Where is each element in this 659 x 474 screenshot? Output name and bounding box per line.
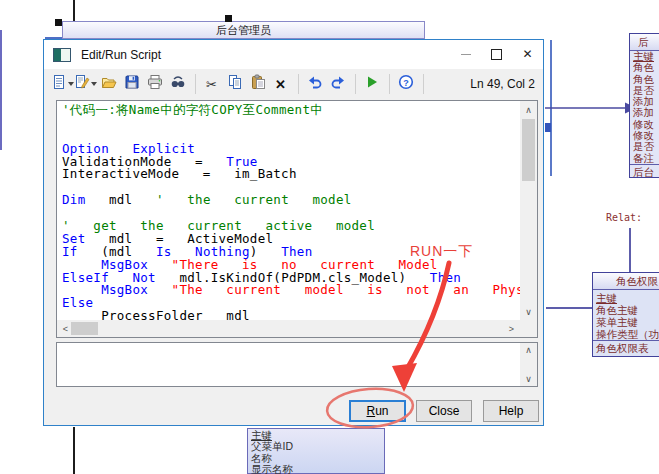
close-icon: ✕: [522, 48, 532, 60]
entity-row: 角色: [630, 62, 659, 73]
help-button[interactable]: Help: [483, 400, 539, 422]
entity-rows: 主键父菜单ID名称显示名称图标地址: [248, 429, 384, 474]
code-line: [62, 117, 525, 130]
scrollbar-corner: [520, 320, 537, 337]
entity-admin-title: 后台管理员: [63, 22, 424, 38]
undo-button[interactable]: [304, 74, 325, 95]
relationship-label: Relat:: [606, 212, 642, 223]
script-file-icon: [51, 74, 67, 94]
title-bar[interactable]: Edit/Run Script ✕: [44, 40, 543, 69]
paste-button[interactable]: [247, 74, 268, 95]
run-script-button[interactable]: [361, 74, 382, 95]
find-icon: [170, 74, 186, 94]
run-script-icon: [364, 74, 380, 94]
maximize-icon: [491, 49, 502, 60]
entity-row: 角色主键: [593, 304, 659, 316]
open-button[interactable]: [98, 74, 119, 95]
vertical-scrollbar[interactable]: ∧ ∨: [520, 101, 537, 320]
copy-icon: [227, 74, 243, 94]
delete-button[interactable]: ✕: [270, 74, 291, 95]
help-icon: ?: [398, 74, 414, 94]
connector-line-vert: [629, 228, 631, 272]
entity-rows: 主键角色主键菜单主键操作类型（功: [593, 290, 659, 340]
close-button[interactable]: Close: [416, 400, 472, 422]
redo-button[interactable]: [327, 74, 348, 95]
entity-row: 菜单主键: [593, 316, 659, 328]
open-icon: [101, 74, 117, 94]
entity-footer: 角色权限表: [593, 340, 659, 356]
redo-icon: [330, 74, 346, 94]
close-button[interactable]: ✕: [512, 40, 543, 68]
entity-rows: 主键角色角色是否添加添加修改修改是否备注: [630, 51, 659, 164]
clipped-glyph-fragment: [545, 123, 551, 132]
toolbar-separator: [389, 74, 390, 94]
code-line: Dim mdl ' the current model: [62, 194, 525, 207]
scroll-down-icon[interactable]: ∨: [520, 372, 537, 386]
line-col-indicator: Ln 49, Col 2: [470, 77, 535, 91]
print-icon: [147, 74, 163, 94]
print-button[interactable]: [144, 74, 165, 95]
script-code[interactable]: '代码一:将Name中的字符COPY至Comment中 Option Expli…: [57, 101, 525, 323]
maximize-button[interactable]: [481, 40, 512, 68]
scrollbar-thumb[interactable]: [522, 119, 535, 181]
edit-run-script-dialog: Edit/Run Script ✕ ✂✕?Ln 49, Col 2 '代码一:将…: [43, 39, 544, 426]
script-file-button[interactable]: [52, 74, 73, 95]
find-button[interactable]: [167, 74, 188, 95]
scrollbar-thumb[interactable]: [71, 322, 98, 335]
cut-icon: ✂: [206, 75, 217, 93]
entity-row: 操作类型（功: [593, 328, 659, 340]
entity-row: 是否: [630, 141, 659, 152]
edit-script-icon: [74, 74, 90, 94]
entity-row: 显示名称: [248, 464, 384, 474]
toolbar-separator: [423, 74, 424, 94]
reference-arrow: [545, 100, 640, 118]
cut-button[interactable]: ✂: [201, 74, 222, 95]
paste-icon: [250, 74, 266, 94]
svg-text:?: ?: [403, 78, 409, 88]
entity-backend-admin-table[interactable]: 后 主键角色角色是否添加添加修改修改是否备注 后台: [629, 33, 659, 178]
help-button[interactable]: ?: [395, 74, 416, 95]
toolbar-separator: [195, 74, 196, 94]
delete-icon: ✕: [275, 75, 286, 93]
dialog-buttons: RunCloseHelp: [44, 400, 543, 424]
entity-admin-box[interactable]: 后台管理员: [62, 21, 425, 39]
connector-line-left: [0, 30, 2, 150]
entity-role-permission[interactable]: 角色权限 主键角色主键菜单主键操作类型（功 角色权限表: [592, 272, 659, 357]
selection-handle[interactable]: [55, 19, 62, 26]
output-scrollbar[interactable]: ∧ ∨: [520, 343, 537, 386]
toolbar: ✂✕?Ln 49, Col 2: [44, 69, 543, 99]
scroll-up-icon[interactable]: ∧: [520, 101, 537, 118]
edit-script-button[interactable]: [75, 74, 96, 95]
entity-header: 后: [630, 34, 659, 51]
code-line: InteractiveMode = im_Batch: [62, 168, 525, 181]
code-line: '代码一:将Name中的字符COPY至Comment中: [62, 104, 525, 117]
entity-menu[interactable]: 主键父菜单ID名称显示名称图标地址: [247, 428, 385, 474]
connector-line-top: [73, 0, 75, 21]
toolbar-separator: [298, 74, 299, 94]
save-icon: [124, 74, 140, 94]
entity-footer: 后台: [630, 164, 659, 179]
script-editor[interactable]: '代码一:将Name中的字符COPY至Comment中 Option Expli…: [56, 100, 538, 338]
run-button[interactable]: Run: [349, 400, 406, 422]
scroll-up-icon[interactable]: ∧: [520, 343, 537, 357]
code-line: MsgBox "The current model is not an Phys…: [62, 284, 525, 297]
connector-line-bottom: [73, 427, 75, 474]
scroll-right-icon[interactable]: >: [503, 320, 520, 337]
minimize-icon: [461, 54, 471, 55]
scroll-down-icon[interactable]: ∨: [520, 303, 537, 320]
entity-row: 主键: [593, 292, 659, 304]
screen: 后台管理员 后 主键角色角色是否添加添加修改修改是否备注 后台 Relat: 角…: [0, 0, 659, 474]
toolbar-separator: [355, 74, 356, 94]
undo-icon: [307, 74, 323, 94]
app-icon: [53, 48, 71, 62]
selection-handle[interactable]: [225, 15, 232, 22]
dropdown-caret-icon[interactable]: [91, 82, 97, 86]
minimize-button[interactable]: [450, 40, 481, 68]
connector-line-horz: [546, 307, 592, 309]
output-panel[interactable]: ∧ ∨: [56, 342, 538, 387]
save-button[interactable]: [121, 74, 142, 95]
copy-button[interactable]: [224, 74, 245, 95]
entity-header: 角色权限: [593, 273, 659, 290]
window-title: Edit/Run Script: [81, 48, 161, 62]
horizontal-scrollbar[interactable]: < >: [57, 320, 520, 337]
